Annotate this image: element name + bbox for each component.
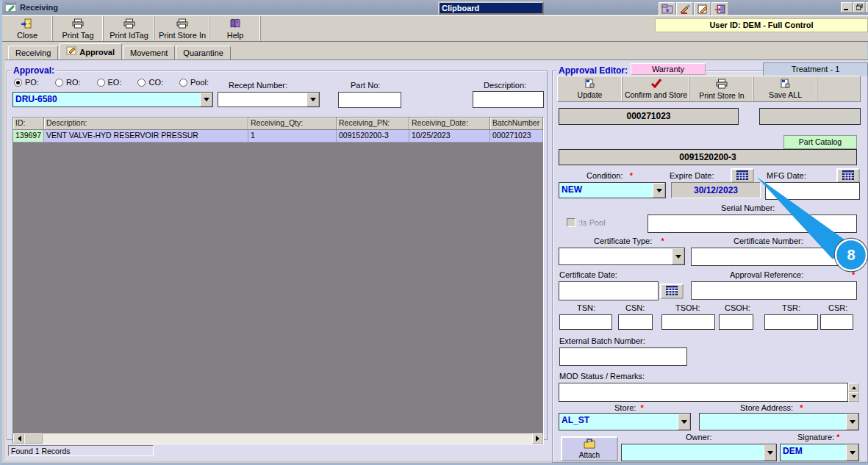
- recept-number-combo[interactable]: [218, 92, 320, 107]
- printer-icon: [123, 18, 135, 30]
- tab-movement-label: Movement: [130, 48, 168, 57]
- radio-pool[interactable]: Pool:: [179, 78, 209, 87]
- dropdown-arrow-icon[interactable]: [200, 93, 212, 107]
- batch-number-display: 000271023: [559, 108, 739, 125]
- part-no-input[interactable]: [338, 92, 401, 108]
- confirm-and-store-button[interactable]: Confirm and Store: [623, 76, 690, 101]
- dropdown-arrow-icon[interactable]: [764, 444, 776, 461]
- mfg-date-input[interactable]: [765, 182, 860, 200]
- tab-approval[interactable]: Approval: [59, 43, 122, 60]
- serial-number-input[interactable]: [648, 215, 857, 233]
- certificate-date-input[interactable]: [559, 281, 659, 300]
- csoh-label: CSOH:: [725, 303, 750, 312]
- print-idtag-button[interactable]: Print IdTag: [104, 16, 155, 41]
- part-catalog-button[interactable]: Part Catalog: [783, 135, 857, 149]
- tsr-input[interactable]: [764, 314, 818, 330]
- mod-status-scrollbar[interactable]: [848, 383, 859, 402]
- edit-note-button[interactable]: [694, 2, 711, 17]
- radio-ro[interactable]: RO:: [55, 78, 81, 87]
- printer-icon: [716, 79, 728, 90]
- window-title: Receiving: [20, 3, 58, 12]
- print-store-in-button[interactable]: Print Store In: [155, 16, 210, 41]
- scroll-left-button[interactable]: [13, 433, 24, 444]
- sign-button[interactable]: [676, 2, 693, 17]
- dropdown-arrow-icon[interactable]: [846, 444, 858, 461]
- dropdown-arrow-icon[interactable]: [846, 414, 858, 430]
- store-combo[interactable]: AL_ST: [559, 413, 691, 430]
- checkbox-icon: [567, 218, 575, 227]
- horizontal-scrollbar[interactable]: [13, 433, 543, 444]
- expire-date-calendar-button[interactable]: [731, 168, 754, 183]
- certificate-date-label: Certificate Date:: [559, 270, 617, 279]
- radio-pool-label: Pool:: [190, 78, 209, 87]
- restore-button[interactable]: [853, 2, 865, 12]
- tab-treatment[interactable]: Treatment - 1: [763, 62, 868, 76]
- dropdown-arrow-icon[interactable]: [678, 414, 690, 430]
- tsoh-input[interactable]: [661, 314, 715, 330]
- minimize-button[interactable]: [841, 2, 853, 12]
- book-arrow-icon: [714, 4, 726, 15]
- approval-reference-input[interactable]: [691, 281, 857, 300]
- is-pool-checkbox[interactable]: :Is Pool: [567, 218, 606, 227]
- condition-combo[interactable]: NEW: [559, 182, 666, 198]
- description-input[interactable]: [473, 91, 544, 108]
- condition-value: NEW: [559, 183, 653, 198]
- col-header-receiving-date[interactable]: Receiving_Date:: [409, 118, 490, 130]
- scroll-right-button[interactable]: [532, 433, 543, 444]
- owner-combo[interactable]: [621, 444, 777, 461]
- radio-eo[interactable]: EO:: [97, 78, 122, 87]
- scrollbar-thumb[interactable]: [24, 433, 43, 444]
- mod-status-textarea[interactable]: [559, 383, 848, 402]
- external-batch-input[interactable]: [559, 347, 687, 366]
- mfg-date-calendar-button[interactable]: [836, 168, 860, 183]
- tab-receiving[interactable]: Receiving: [8, 46, 58, 60]
- store-folder-button[interactable]: s: [659, 2, 675, 17]
- csr-input[interactable]: [820, 314, 853, 330]
- close-button[interactable]: Close: [2, 16, 53, 41]
- radio-po[interactable]: PO:: [14, 78, 39, 87]
- dropdown-arrow-icon[interactable]: [653, 183, 665, 198]
- csn-input[interactable]: [618, 314, 653, 330]
- print-tag-button[interactable]: Print Tag: [53, 16, 104, 41]
- store-address-value: [700, 414, 846, 430]
- owner-value: [622, 444, 764, 461]
- csoh-input[interactable]: [719, 314, 753, 330]
- cell-description: VENT VALVE-HYD RESERVOIR PRESSUR: [44, 130, 248, 143]
- attach-icon: [583, 439, 596, 451]
- tab-quarantine[interactable]: Quarantine: [176, 46, 230, 60]
- update-button[interactable]: Update: [558, 76, 623, 101]
- order-combo[interactable]: DRU-6580: [12, 92, 213, 107]
- certificate-date-calendar-button[interactable]: [660, 284, 684, 299]
- save-all-button[interactable]: Save ALL: [754, 76, 817, 101]
- external-batch-label: External Batch Number:: [559, 336, 645, 345]
- certificate-number-input[interactable]: [691, 248, 857, 266]
- radio-co[interactable]: CO:: [137, 78, 163, 87]
- dropdown-arrow-icon[interactable]: [672, 248, 684, 264]
- help-button[interactable]: Help: [210, 16, 261, 41]
- order-type-radios: PO: RO: EO: CO: Pool:: [14, 78, 209, 87]
- certificate-type-combo[interactable]: [559, 248, 685, 265]
- tsn-input[interactable]: [559, 314, 612, 330]
- clipboard-floating-titlebar[interactable]: Clipboard: [438, 1, 544, 15]
- scroll-up-button[interactable]: [848, 383, 859, 392]
- signature-combo[interactable]: DEM: [780, 444, 859, 461]
- col-header-description[interactable]: Description:: [44, 118, 248, 130]
- save-update-icon: [780, 79, 791, 90]
- restore-icon: [856, 3, 863, 12]
- attach-button[interactable]: Attach: [561, 436, 618, 461]
- col-header-id[interactable]: ID:: [13, 118, 44, 130]
- col-header-receiving-qty[interactable]: Receiving_Qty:: [248, 118, 337, 130]
- table-row[interactable]: 139697 VENT VALVE-HYD RESERVOIR PRESSUR …: [13, 130, 543, 143]
- col-header-batch-number[interactable]: BatchNumber: [490, 118, 543, 130]
- required-marker: *: [661, 237, 664, 245]
- store-address-combo[interactable]: [699, 413, 859, 430]
- transfer-book-button[interactable]: [711, 2, 728, 17]
- warranty-button[interactable]: Warranty: [631, 63, 706, 75]
- scroll-down-button[interactable]: [848, 392, 859, 402]
- secondary-display: [759, 108, 861, 125]
- col-header-receiving-pn[interactable]: Receiving_PN:: [337, 118, 409, 130]
- dropdown-arrow-icon[interactable]: [306, 93, 319, 107]
- tab-movement[interactable]: Movement: [123, 46, 175, 60]
- scroll-down-icon: [852, 395, 856, 400]
- editor-print-store-in-button[interactable]: Print Store In: [690, 76, 754, 101]
